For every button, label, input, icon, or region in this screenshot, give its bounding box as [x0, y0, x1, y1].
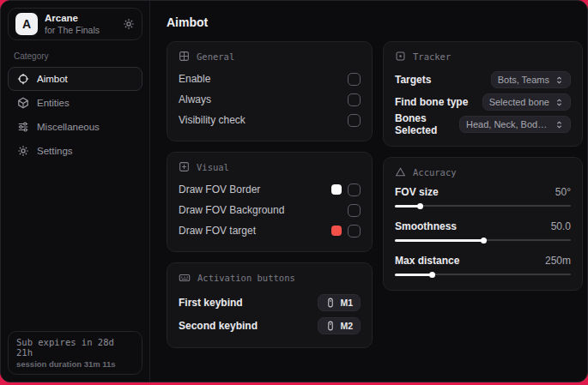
- setting-row-second-keybind: Second keybind M2: [179, 314, 361, 337]
- setting-row-targets: Targets Bots, Teams: [395, 69, 571, 91]
- setting-row-always: Always: [179, 89, 361, 110]
- setting-row-fov-target: Draw FOV target: [179, 220, 361, 241]
- subscription-status-card: Sub expires in 28d 21h session duration …: [8, 331, 142, 375]
- activation-buttons-card: Activation buttons First keybind M1: [167, 262, 373, 348]
- grid-icon: [179, 51, 190, 62]
- card-title: Activation buttons: [197, 273, 295, 283]
- mouse-icon: [325, 298, 336, 308]
- fov-border-color-swatch[interactable]: [331, 184, 342, 195]
- setting-label: Targets: [395, 74, 431, 86]
- category-label: Category: [14, 51, 136, 61]
- sidebar: A Arcane for The Finals Category Aimbot: [1, 1, 150, 382]
- setting-row-fov-border: Draw FOV Border: [179, 179, 361, 200]
- card-title: Visual: [197, 162, 229, 172]
- gear-icon: [17, 145, 29, 157]
- slider-thumb[interactable]: [429, 272, 435, 278]
- enable-checkbox[interactable]: [348, 73, 361, 86]
- general-card: General Enable Always Visibility check: [167, 41, 373, 141]
- smoothness-slider[interactable]: [395, 237, 571, 244]
- dropdown-value: Selected bone: [489, 97, 549, 107]
- max-distance-slider[interactable]: [395, 271, 571, 278]
- fov-border-checkbox[interactable]: [348, 183, 361, 196]
- setting-label: Enable: [179, 73, 210, 85]
- card-title: General: [197, 51, 234, 62]
- sliders-icon: [17, 121, 29, 133]
- second-keybind-button[interactable]: M2: [318, 317, 361, 334]
- app-window: A Arcane for The Finals Category Aimbot: [0, 0, 588, 382]
- mouse-icon: [325, 321, 336, 331]
- always-checkbox[interactable]: [348, 93, 361, 106]
- sidebar-item-label: Settings: [37, 146, 73, 156]
- setting-label: Always: [179, 93, 211, 105]
- sidebar-item-entities[interactable]: Entities: [8, 91, 142, 115]
- fov-background-checkbox[interactable]: [348, 204, 361, 217]
- delta-icon: [395, 166, 406, 177]
- setting-row-fov-size: FOV size 50°: [395, 184, 571, 209]
- setting-row-max-distance: Max distance 250m: [395, 253, 571, 278]
- setting-label: Draw FOV Border: [179, 183, 260, 196]
- chevrons-up-down-icon: [555, 98, 564, 107]
- setting-label: Smoothness: [395, 220, 457, 232]
- fov-target-color-swatch[interactable]: [331, 226, 342, 236]
- setting-label: First keybind: [179, 297, 243, 309]
- sidebar-item-aimbot[interactable]: Aimbot: [8, 67, 142, 91]
- keyboard-icon: [179, 272, 191, 284]
- smoothness-value: 50.0: [551, 220, 571, 232]
- brand-logo: A: [15, 13, 38, 35]
- slider-fill: [395, 205, 420, 208]
- sidebar-item-miscellaneous[interactable]: Miscellaneous: [8, 115, 142, 139]
- setting-label: Find bone type: [395, 96, 468, 108]
- setting-row-smoothness: Smoothness 50.0: [395, 219, 571, 244]
- setting-row-fov-background: Draw FOV Background: [179, 200, 361, 220]
- setting-row-enable: Enable: [179, 69, 361, 89]
- setting-label: Draw FOV Background: [179, 204, 284, 216]
- slider-fill: [395, 274, 432, 276]
- keybind-value: M2: [340, 321, 353, 331]
- keybind-value: M1: [340, 298, 353, 308]
- targets-dropdown[interactable]: Bots, Teams: [491, 71, 571, 88]
- sub-expiry-text: Sub expires in 28d 21h: [16, 337, 134, 358]
- fov-target-checkbox[interactable]: [348, 225, 361, 238]
- setting-label: Bones Selected: [395, 112, 459, 136]
- crosshair-icon: [17, 73, 29, 85]
- page-title: Aimbot: [167, 15, 576, 29]
- setting-label: Visibility check: [179, 114, 246, 126]
- brand-name: Arcane: [45, 13, 100, 24]
- visual-card: Visual Draw FOV Border Draw FOV Backgrou…: [167, 152, 373, 252]
- chevrons-up-down-icon: [555, 120, 564, 129]
- setting-row-visibility-check: Visibility check: [179, 110, 361, 130]
- sidebar-item-settings[interactable]: Settings: [8, 139, 142, 163]
- brand-card: A Arcane for The Finals: [8, 8, 142, 40]
- setting-row-bones-selected: Bones Selected Head, Neck, Body, Pe...: [395, 113, 571, 135]
- find-bone-type-dropdown[interactable]: Selected bone: [482, 93, 571, 111]
- fov-size-value: 50°: [555, 186, 571, 198]
- setting-row-first-keybind: First keybind M1: [179, 291, 361, 314]
- sidebar-item-label: Entities: [37, 98, 70, 108]
- max-distance-value: 250m: [545, 255, 571, 267]
- dropdown-value: Bots, Teams: [498, 75, 549, 85]
- fov-size-slider[interactable]: [395, 202, 571, 209]
- chevrons-up-down-icon: [555, 75, 564, 85]
- card-title: Accuracy: [413, 167, 457, 177]
- plus-square-icon: [179, 161, 190, 172]
- sidebar-item-label: Aimbot: [37, 74, 68, 84]
- focus-icon: [395, 51, 406, 62]
- setting-label: FOV size: [395, 186, 439, 198]
- cube-icon: [17, 97, 29, 109]
- sidebar-item-label: Miscellaneous: [37, 122, 100, 132]
- slider-thumb[interactable]: [481, 238, 487, 244]
- setting-label: Draw FOV target: [179, 225, 256, 237]
- card-title: Tracker: [413, 51, 451, 62]
- bones-selected-dropdown[interactable]: Head, Neck, Body, Pe...: [459, 116, 571, 133]
- setting-label: Second keybind: [179, 320, 258, 332]
- tracker-card: Tracker Targets Bots, Teams: [383, 41, 583, 147]
- brand-subtitle: for The Finals: [45, 25, 100, 35]
- slider-thumb[interactable]: [417, 203, 423, 209]
- gear-icon[interactable]: [123, 18, 135, 30]
- visibility-check-checkbox[interactable]: [348, 114, 361, 127]
- brand-text: Arcane for The Finals: [45, 13, 100, 34]
- first-keybind-button[interactable]: M1: [318, 294, 361, 311]
- setting-row-find-bone-type: Find bone type Selected bone: [395, 91, 571, 113]
- main-content: Aimbot General Enable: [150, 1, 587, 382]
- setting-label: Max distance: [395, 255, 459, 267]
